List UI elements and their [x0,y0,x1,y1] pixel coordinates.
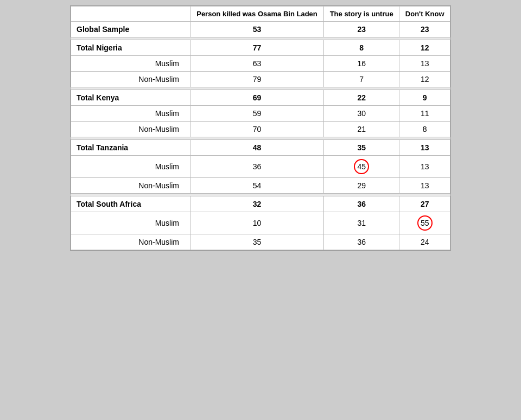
col3-cell: 30 [323,106,399,122]
circled-value: 55 [417,215,433,231]
col3-cell: 31 [323,212,399,234]
col2-cell: 35 [190,234,324,250]
row-label: Non-Muslim [71,234,190,250]
bold-value: 48 [253,143,262,152]
table-row: Muslim631613 [71,56,450,72]
col4-cell: 9 [399,90,450,106]
main-table-container: Person killed was Osama Bin Laden The st… [70,5,451,251]
row-label: Muslim [71,212,190,234]
row-label: Global Sample [71,22,190,37]
row-label: Total Kenya [71,90,190,106]
row-label: Non-Muslim [71,122,190,137]
col2-cell: 63 [190,56,324,72]
bold-value: 35 [357,143,366,152]
table-row: Non-Muslim542913 [71,178,450,194]
col2-cell: 32 [190,196,324,212]
bold-value: 12 [421,43,429,52]
col4-cell: 23 [399,22,450,37]
col2-cell: 70 [190,122,324,137]
col1-header [71,7,190,22]
row-label: Total Nigeria [71,40,190,56]
row-label: Non-Muslim [71,72,190,87]
table-row: Muslim103155 [71,212,450,234]
bold-value: 77 [253,43,262,52]
col2-cell: 36 [190,156,324,178]
col2-cell: 59 [190,106,324,122]
bold-value: 32 [253,200,262,208]
bold-value: 23 [357,25,366,34]
table-row: Muslim593011 [71,106,450,122]
col2-cell: 77 [190,40,324,56]
bold-value: 8 [359,43,364,52]
table-row: Global Sample532323 [71,22,450,37]
col3-cell: 45 [323,156,399,178]
col2-cell: 54 [190,178,324,194]
col4-cell: 8 [399,122,450,137]
bold-value: 9 [423,93,427,102]
col4-cell: 11 [399,106,450,122]
bold-value: 13 [421,143,429,152]
col3-cell: 36 [323,196,399,212]
row-label: Total South Africa [71,196,190,212]
col2-cell: 10 [190,212,324,234]
col2-cell: 79 [190,72,324,87]
bold-value: 36 [357,200,366,208]
col2-header: Person killed was Osama Bin Laden [190,7,324,22]
col4-cell: 12 [399,72,450,87]
table-row: Total Nigeria77812 [71,40,450,56]
table-row: Total Kenya69229 [71,90,450,106]
bold-value: 69 [253,93,262,102]
col3-cell: 21 [323,122,399,137]
table-row: Total South Africa323627 [71,196,450,212]
row-label: Non-Muslim [71,178,190,194]
col3-header: The story is untrue [323,7,399,22]
col3-cell: 7 [323,72,399,87]
row-label: Muslim [71,156,190,178]
col3-cell: 22 [323,90,399,106]
col4-cell: 13 [399,140,450,156]
col4-cell: 24 [399,234,450,250]
col3-cell: 35 [323,140,399,156]
col4-cell: 27 [399,196,450,212]
col4-cell: 13 [399,156,450,178]
col2-cell: 69 [190,90,324,106]
bold-value: 27 [421,200,429,208]
col4-cell: 55 [399,212,450,234]
data-table: Person killed was Osama Bin Laden The st… [71,6,450,250]
col3-cell: 29 [323,178,399,194]
col4-cell: 13 [399,178,450,194]
row-label: Muslim [71,56,190,72]
col2-cell: 48 [190,140,324,156]
col2-cell: 53 [190,22,324,37]
bold-value: 22 [357,93,366,102]
row-label: Muslim [71,106,190,122]
table-row: Non-Muslim353624 [71,234,450,250]
table-row: Total Tanzania483513 [71,140,450,156]
col4-cell: 13 [399,56,450,72]
bold-value: 53 [253,25,262,34]
row-label: Total Tanzania [71,140,190,156]
bold-value: 23 [421,25,429,34]
col4-cell: 12 [399,40,450,56]
table-row: Muslim364513 [71,156,450,178]
col3-cell: 8 [323,40,399,56]
col3-cell: 16 [323,56,399,72]
table-row: Non-Muslim70218 [71,122,450,137]
col4-header: Don't Know [399,7,450,22]
col3-cell: 23 [323,22,399,37]
circled-value: 45 [354,159,369,174]
table-row: Non-Muslim79712 [71,72,450,87]
col3-cell: 36 [323,234,399,250]
